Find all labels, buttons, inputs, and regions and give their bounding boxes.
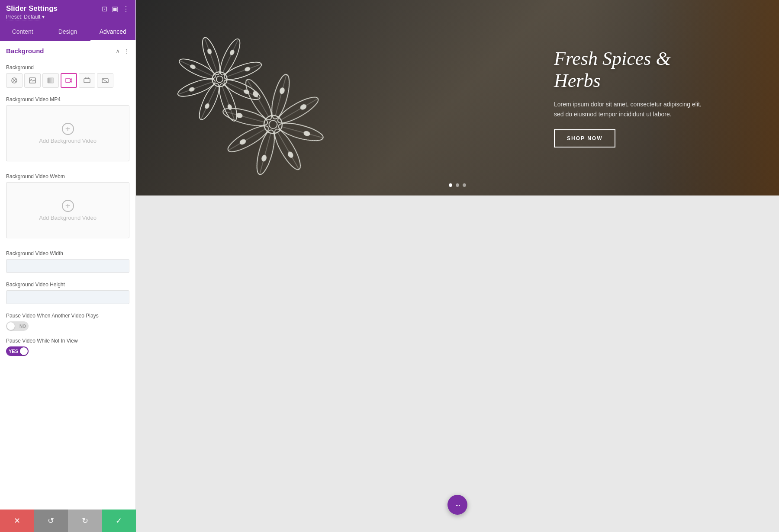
background-field-group: Background <box>0 59 135 91</box>
panels-icon[interactable]: ▣ <box>112 5 118 13</box>
pause-another-toggle-row: NO <box>6 321 129 331</box>
section-collapse-icons: ∧ ⋮ <box>116 48 129 54</box>
svg-point-31 <box>244 66 251 72</box>
bg-type-gradient[interactable] <box>42 73 59 88</box>
section-header: Background ∧ ⋮ <box>0 41 135 59</box>
section-title: Background <box>6 47 44 54</box>
pause-another-toggle-text: NO <box>19 324 26 329</box>
bottom-bar: ✕ ↺ ↻ ✓ <box>0 510 136 532</box>
undo-button[interactable]: ↺ <box>34 510 68 532</box>
right-area: Fresh Spices & Herbs Lorem ipsum dolor s… <box>136 0 779 532</box>
dot-2[interactable] <box>456 183 459 187</box>
svg-point-59 <box>261 154 267 162</box>
svg-point-60 <box>239 138 247 145</box>
webm-upload-plus-icon: + <box>62 200 74 212</box>
width-label: Background Video Width <box>6 250 129 256</box>
panel-title: Slider Settings <box>6 4 58 13</box>
slide-subtext: Lorem ipsum dolor sit amet, consectetur … <box>554 99 718 119</box>
left-panel: Slider Settings ⊡ ▣ ⋮ Preset: Default ▾ … <box>0 0 136 532</box>
svg-point-37 <box>262 113 284 135</box>
panel-body: Background ∧ ⋮ Background <box>0 41 135 532</box>
bg-type-slideshow[interactable] <box>79 73 95 88</box>
svg-point-2 <box>31 79 32 80</box>
panel-header: Slider Settings ⊡ ▣ ⋮ Preset: Default ▾ <box>0 0 135 23</box>
dot-1[interactable] <box>449 183 452 187</box>
svg-point-29 <box>206 48 212 55</box>
webm-field-group: Background Video Webm + Add Background V… <box>0 168 135 245</box>
svg-point-12 <box>216 75 224 83</box>
svg-point-35 <box>188 87 195 92</box>
pause-another-toggle[interactable]: NO <box>6 321 29 331</box>
svg-line-49 <box>282 127 323 138</box>
save-button[interactable]: ✓ <box>102 510 136 532</box>
svg-point-33 <box>227 104 232 111</box>
svg-point-34 <box>204 103 210 109</box>
bg-type-video[interactable] <box>61 73 77 88</box>
height-input[interactable] <box>6 290 129 304</box>
height-field-group: Background Video Height <box>0 276 135 308</box>
slider-preview: Fresh Spices & Herbs Lorem ipsum dolor s… <box>136 0 779 195</box>
slide-text-content: Fresh Spices & Herbs Lorem ipsum dolor s… <box>554 48 718 147</box>
svg-rect-3 <box>48 78 54 83</box>
dot-3[interactable] <box>463 183 466 187</box>
section-more-icon[interactable]: ⋮ <box>123 48 129 54</box>
slide-cta-button[interactable]: SHOP NOW <box>554 129 615 147</box>
cancel-button[interactable]: ✕ <box>0 510 34 532</box>
tabs: Content Design Advanced <box>0 23 135 41</box>
pause-view-toggle-row: YES <box>6 346 129 356</box>
mp4-upload-text: Add Background Video <box>39 138 97 144</box>
star-anise-svg <box>166 7 331 189</box>
height-label: Background Video Height <box>6 282 129 288</box>
svg-point-36 <box>189 64 196 70</box>
preset-label[interactable]: Preset: Default ▾ <box>6 14 129 20</box>
fullscreen-icon[interactable]: ⊡ <box>102 5 107 13</box>
webm-upload-area[interactable]: + Add Background Video <box>6 182 129 238</box>
svg-point-56 <box>299 103 307 111</box>
pause-view-toggle[interactable]: YES <box>6 346 29 356</box>
background-label: Background <box>6 64 129 71</box>
pause-another-field-group: Pause Video When Another Video Plays NO <box>0 308 135 333</box>
svg-line-47 <box>275 74 286 115</box>
fab-button[interactable]: ··· <box>447 495 467 515</box>
svg-line-10 <box>102 79 108 83</box>
svg-rect-5 <box>84 79 90 83</box>
svg-rect-4 <box>66 78 70 83</box>
tab-design[interactable]: Design <box>45 23 90 41</box>
svg-point-38 <box>268 119 278 129</box>
svg-point-55 <box>279 87 285 95</box>
panel-header-icons: ⊡ ▣ ⋮ <box>102 5 129 13</box>
slide-heading: Fresh Spices & Herbs <box>554 48 718 92</box>
mp4-upload-plus-icon: + <box>62 123 74 135</box>
pause-another-knob <box>7 322 15 330</box>
pause-view-field-group: Pause Video While Not In View YES <box>0 333 135 358</box>
mp4-upload-area[interactable]: + Add Background Video <box>6 105 129 161</box>
svg-point-57 <box>303 130 311 137</box>
tab-advanced[interactable]: Advanced <box>90 23 135 41</box>
svg-line-51 <box>260 133 271 174</box>
more-icon[interactable]: ⋮ <box>122 5 129 13</box>
webm-upload-text: Add Background Video <box>39 215 97 221</box>
webm-label: Background Video Webm <box>6 173 129 179</box>
collapse-icon[interactable]: ∧ <box>116 48 120 54</box>
svg-point-58 <box>287 151 294 159</box>
pause-view-toggle-text: YES <box>9 349 18 354</box>
bg-type-image[interactable] <box>24 73 41 88</box>
pause-view-label: Pause Video While Not In View <box>6 338 129 344</box>
pause-another-label: Pause Video When Another Video Plays <box>6 313 129 319</box>
fab-icon: ··· <box>455 500 460 510</box>
svg-point-30 <box>229 49 235 56</box>
tab-content[interactable]: Content <box>0 23 45 41</box>
bg-type-none[interactable] <box>97 73 113 88</box>
spice-illustration <box>149 0 348 195</box>
pause-view-knob <box>20 347 28 355</box>
bg-type-row <box>6 73 129 88</box>
mp4-field-group: Background Video MP4 + Add Background Vi… <box>0 91 135 168</box>
mp4-label: Background Video MP4 <box>6 96 129 103</box>
width-input[interactable] <box>6 259 129 273</box>
slide-dots <box>449 183 466 187</box>
bg-type-color[interactable] <box>6 73 23 88</box>
redo-button[interactable]: ↻ <box>68 510 102 532</box>
width-field-group: Background Video Width <box>0 245 135 276</box>
